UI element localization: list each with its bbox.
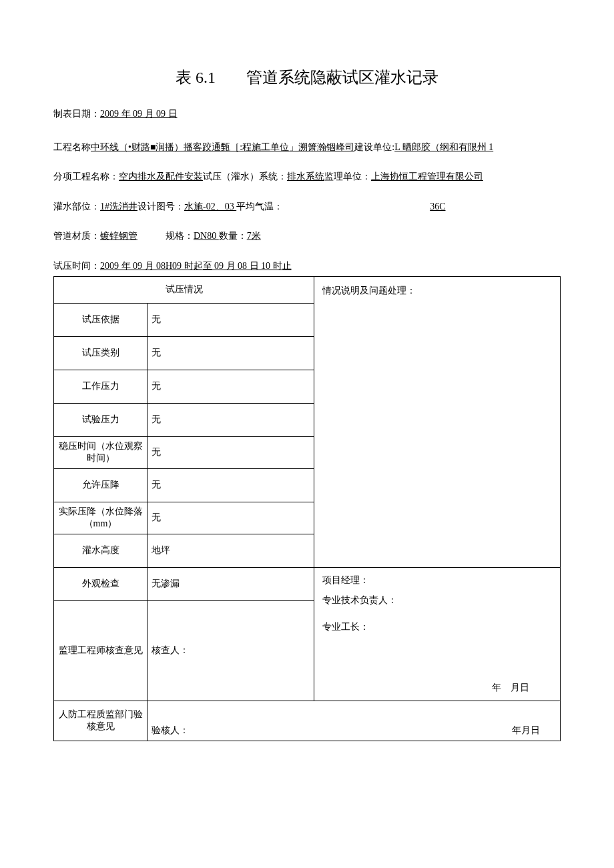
signature-foreman: 专业工长： [322,621,369,633]
l2-b-value: 排水系统 [287,171,324,181]
l4-c-label: 数量： [219,231,247,241]
header-left-cell: 试压情况 [54,276,314,303]
row-value: 无渗漏 [147,567,314,600]
l3-b-value: 水施-02、03 [184,201,236,211]
l3-a-value: 1#洗消井 [100,201,137,211]
info-line-3: 灌水部位：1#洗消井设计图号：水施-02、03 平均气温：36C [53,199,561,214]
l1-a-value: 中环线（•财路■润播）播客跤通甄［:程 [91,142,252,152]
l2-mid: 试压（灌水）系统： [203,171,287,181]
table-row: 人防工程质监部门验核意见 验核人： 年月日 [54,701,561,741]
row-label: 稳压时间（水位观察时间） [54,436,147,468]
row-label: 外观检查 [54,567,147,600]
l3-a-label: 灌水部位： [53,201,100,211]
meta-date-value: 2009 年 09 月 09 日 [100,109,178,119]
info-line-2: 分项工程名称：空内排水及配件安装试压（灌水）系统：排水系统监理单位：上海协恒工程… [53,169,561,184]
l4-a-value: 镀锌钢管 [100,231,137,241]
notes-cell: 情况说明及问题处理： 班（组）长： 操作人： [314,276,561,567]
signature-tech-lead: 专业技术负责人： [322,594,397,606]
title-prefix: 表 6.1 [176,69,216,86]
row-label: 试压依据 [54,303,147,336]
l5-a-value: 2009 年 09 月 08H09 时起至 09 月 08 日 10 时止 [100,261,292,271]
row-label: 灌水高度 [54,534,147,567]
document-title: 表 6.1 管道系统隐蔽试区灌水记录 [53,67,561,88]
row-value: 无 [147,303,314,336]
document-page: 表 6.1 管道系统隐蔽试区灌水记录 制表日期：2009 年 09 月 09 日… [0,0,614,868]
meta-date-label: 制表日期： [53,109,100,119]
supervisor-value: 核查人： [147,600,314,701]
supervisor-label: 监理工程师核查意见 [54,600,147,701]
l2-c-value: 上海协恒工程管理有限公司 [371,171,483,181]
meta-date-line: 制表日期：2009 年 09 月 09 日 [53,108,561,120]
date-md: 月日 [511,682,529,694]
info-line-5: 试压时间：2009 年 09 月 08H09 时起至 09 月 08 日 10 … [53,259,561,274]
l1-c-label: 建设单位: [354,142,394,152]
row-label: 实际压降（水位降落（mm） [54,502,147,534]
l1-b-label: 施工单位 [252,142,289,152]
l3-d-value: 36C [430,201,445,211]
row-label: 试压类别 [54,336,147,370]
title-main: 管道系统隐蔽试区灌水记录 [246,69,438,86]
l2-a-value: 空内排水及配件安装 [119,171,203,181]
l4-c-value: 7米 [247,231,261,241]
l1-b-value: 」溯箫瀚锢峰司 [289,142,354,152]
row-label: 工作压力 [54,370,147,403]
verify-label: 验核人： [151,725,189,737]
signature-pm: 项目经理： [322,574,369,586]
table-row: 外观检查 无渗漏 项目经理： 专业技术负责人： 专业工长： 年 月日 [54,567,561,600]
l3-b-label: 设计图号： [137,201,184,211]
date-year: 年 [492,682,501,694]
row-value: 无 [147,468,314,502]
bottom-label: 人防工程质监部门验核意见 [54,701,147,741]
row-value: 无 [147,336,314,370]
row-label: 允许压降 [54,468,147,502]
l3-c-label: 平均气温： [236,201,283,211]
l4-b-label: 规格： [166,231,194,241]
notes-label: 情况说明及问题处理： [322,285,416,297]
info-line-4: 管道材质：镀锌钢管 规格：DN80 数量：7米 [53,229,561,244]
signatures-cell: 项目经理： 专业技术负责人： 专业工长： 年 月日 [314,567,561,701]
l4-b-value: DN80 [194,231,219,241]
row-label: 试验压力 [54,403,147,436]
verify-date: 年月日 [512,725,540,737]
record-table: 试压情况 情况说明及问题处理： 班（组）长： 操作人： 试压依据 无 试压类别 … [53,276,561,741]
row-value: 无 [147,436,314,468]
l1-c-value: L 晒郎胶（纲和有限州 1 [394,142,493,152]
row-value: 无 [147,370,314,403]
info-line-1: 工程名称中环线（•财路■润播）播客跤通甄［:程施工单位」溯箫瀚锢峰司建设单位:L… [53,140,561,155]
row-value: 无 [147,403,314,436]
l4-a-label: 管道材质： [53,231,100,241]
l5-a-label: 试压时间： [53,261,100,271]
row-value: 无 [147,502,314,534]
table-row: 试压情况 情况说明及问题处理： 班（组）长： 操作人： [54,276,561,303]
row-value: 地坪 [147,534,314,567]
l2-a-label: 分项工程名称： [53,171,119,181]
l2-c-label: 监理单位： [324,171,371,181]
l1-a-label: 工程名称 [53,142,91,152]
bottom-verify-cell: 验核人： 年月日 [147,701,561,741]
signature-date: 年 月日 [492,682,529,694]
